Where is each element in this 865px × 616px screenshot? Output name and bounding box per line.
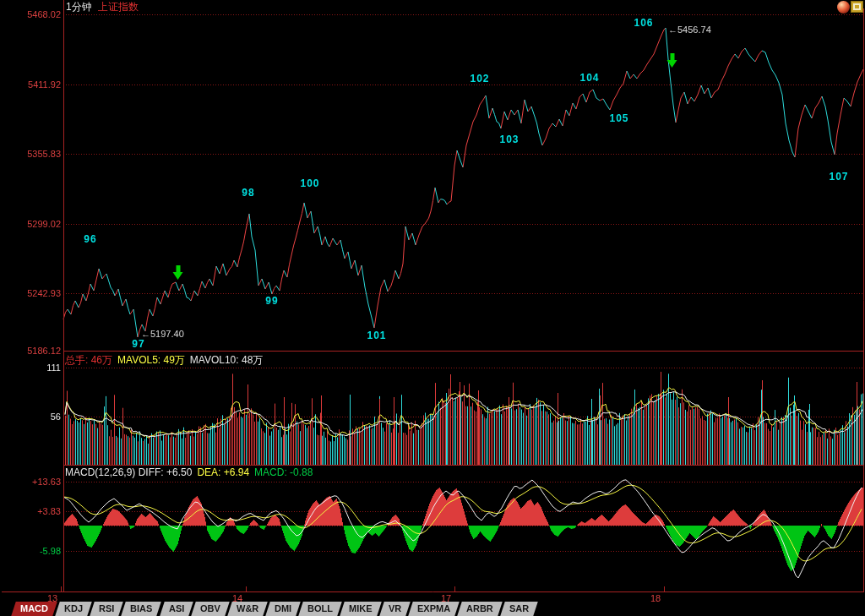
pivot-label-100: 100: [300, 177, 319, 189]
price-axis-label-5: 5186.12: [2, 346, 61, 356]
down-arrow-icon: [667, 53, 678, 68]
macd-legend-item-2: MACD: -0.88: [254, 466, 313, 478]
tab-arbr[interactable]: ARBR: [457, 602, 502, 616]
down-arrow-icon: [173, 265, 184, 280]
pivot-label-101: 101: [367, 330, 386, 341]
pivot-label-103: 103: [499, 134, 519, 145]
tab-vr[interactable]: VR: [379, 602, 411, 616]
tab-bias[interactable]: BIAS: [122, 602, 162, 616]
volume-legend-item-1: MAVOL5: 49万: [117, 354, 185, 366]
tab-kdj[interactable]: KDJ: [55, 602, 92, 616]
pivot-label-102: 102: [470, 73, 489, 84]
tab-dmi[interactable]: DMI: [265, 602, 301, 616]
pivot-label-96: 96: [84, 233, 96, 245]
symbol-label: 上证指数: [98, 1, 139, 13]
price-axis-label-0: 5468.02: [2, 9, 61, 19]
tab-sar[interactable]: SAR: [500, 602, 538, 616]
tab-rsi[interactable]: RSI: [90, 602, 123, 616]
pivot-label-99: 99: [265, 295, 278, 307]
chart-canvas: [0, 0, 865, 616]
pivot-label-106: 106: [634, 17, 653, 29]
price-axis-label-2: 5355.83: [2, 149, 61, 159]
pivot-label-104: 104: [579, 72, 599, 84]
price-axis-label-4: 5242.93: [2, 288, 61, 298]
pivot-label-105: 105: [609, 112, 628, 124]
macd-axis-label-1: +3.83: [2, 506, 61, 516]
tab-asi[interactable]: ASI: [160, 602, 193, 616]
macd-axis-label-2: -5.98: [2, 546, 61, 556]
pivot-label-107: 107: [829, 171, 848, 183]
price-axis-label-1: 5411.92: [2, 79, 61, 90]
tab-expma[interactable]: EXPMA: [408, 602, 460, 616]
tab-boll[interactable]: BOLL: [299, 602, 342, 616]
macd-legend-item-0: MACD(12,26,9) DIFF: +6.50: [65, 466, 192, 478]
pivot-label-97: 97: [132, 338, 144, 350]
macd-legend: MACD(12,26,9) DIFF: +6.50DEA: +6.94MACD:…: [65, 466, 318, 478]
tab-obv[interactable]: OBV: [191, 602, 229, 616]
tab-wr[interactable]: W&R: [227, 602, 268, 616]
macd-legend-item-1: DEA: +6.94: [197, 466, 249, 478]
volume-legend-item-0: 总手: 46万: [65, 354, 112, 366]
volume-legend-item-2: MAVOL10: 48万: [190, 354, 263, 366]
tab-mike[interactable]: MIKE: [340, 602, 381, 616]
volume-legend: 总手: 46万MAVOL5: 49万MAVOL10: 48万: [65, 353, 268, 368]
volume-axis-label-0: 111: [2, 363, 61, 373]
price-callout-1: ←5456.74: [668, 25, 711, 35]
macd-axis-label-0: +13.63: [2, 477, 61, 487]
pivot-label-98: 98: [242, 187, 254, 199]
price-callout-0: ←5197.40: [141, 329, 184, 339]
restore-window-icon[interactable]: [851, 1, 863, 13]
volume-axis-label-1: 56: [2, 412, 61, 422]
indicator-tab-bar: MACDKDJRSIBIASASIOBVW&RDMIBOLLMIKEVREXPM…: [0, 602, 865, 616]
stock-app-window: 1分钟 上证指数 5468.025411.925355.835299.02524…: [0, 0, 865, 616]
period-label[interactable]: 1分钟: [66, 1, 92, 13]
app-logo-icon[interactable]: [837, 1, 850, 14]
price-axis-label-3: 5299.02: [2, 219, 61, 229]
tab-macd[interactable]: MACD: [11, 602, 57, 616]
